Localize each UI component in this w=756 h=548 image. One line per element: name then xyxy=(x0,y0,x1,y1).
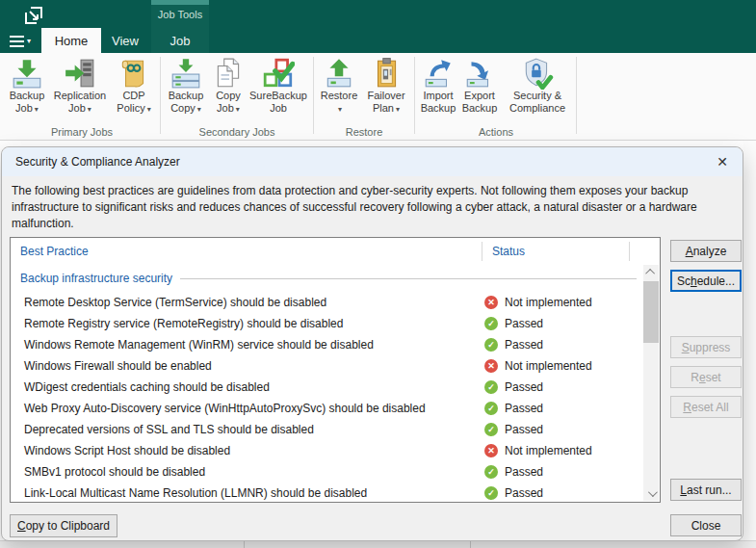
hamburger-icon xyxy=(10,36,24,48)
ribbon-tab-band: ▾ Job Tools Home View Job xyxy=(0,0,756,53)
chevron-down-icon: ▾ xyxy=(27,38,31,45)
scrollbar-thumb[interactable] xyxy=(643,281,659,343)
failover-plan-button[interactable]: Failover Plan▾ xyxy=(361,53,411,116)
table-row[interactable]: Windows Script Host should be disabled N… xyxy=(11,440,642,461)
best-practice-text: Web Proxy Auto-Discovery service (WinHtt… xyxy=(24,402,426,415)
status-failed-icon xyxy=(484,359,498,373)
backup-copy-button[interactable]: Backup Copy▾ xyxy=(164,53,208,116)
reset-all-button: Reset All xyxy=(670,396,742,418)
status-text: Passed xyxy=(505,338,543,352)
chevron-down-icon: ▾ xyxy=(147,105,151,114)
table-row[interactable]: Remote Desktop Service (TermService) sho… xyxy=(11,292,642,313)
surebackup-job-button[interactable]: SureBackup Job xyxy=(248,53,308,115)
contextual-group-label: Job Tools xyxy=(151,9,209,20)
tab-home[interactable]: Home xyxy=(41,28,101,53)
best-practice-text: Link-Local Multicast Name Resolution (LL… xyxy=(24,486,367,500)
cdp-policy-icon xyxy=(117,57,150,90)
ribbon-separator xyxy=(576,57,577,134)
copy-to-clipboard-button[interactable]: Copy to Clipboard xyxy=(10,514,117,537)
close-icon[interactable]: ✕ xyxy=(708,150,737,173)
chevron-down-icon: ▾ xyxy=(35,105,39,114)
table-row[interactable]: Windows Remote Management (WinRM) servic… xyxy=(11,334,642,355)
table-scrollbar[interactable] xyxy=(643,265,659,501)
surebackup-job-icon xyxy=(262,57,295,90)
import-backup-button[interactable]: Import Backup xyxy=(418,53,458,115)
security-compliance-button[interactable]: Security & Compliance xyxy=(501,53,574,115)
table-rows: Remote Desktop Service (TermService) sho… xyxy=(11,292,642,504)
best-practice-text: SMBv1 protocol should be disabled xyxy=(24,465,205,479)
best-practice-text: Remote Desktop Service (TermService) sho… xyxy=(24,296,326,309)
reset-button: Reset xyxy=(670,366,742,388)
chevron-down-icon: ▾ xyxy=(396,105,400,114)
status-passed-icon xyxy=(484,402,498,415)
status-text: Passed xyxy=(505,423,543,436)
status-passed-icon xyxy=(484,486,498,500)
status-passed-icon xyxy=(484,465,498,479)
copy-job-icon xyxy=(212,57,245,90)
group-label-restore: Restore xyxy=(317,126,411,138)
cdp-policy-button[interactable]: CDP Policy▾ xyxy=(111,53,157,116)
analyze-button[interactable]: Analyze xyxy=(670,240,742,262)
table-row[interactable]: WDigest credentials caching should be di… xyxy=(11,377,642,398)
last-run-button[interactable]: Last run... xyxy=(670,479,742,501)
scroll-down-icon[interactable] xyxy=(643,486,659,501)
schedule-button[interactable]: Schedule... xyxy=(670,270,742,292)
app-icon[interactable] xyxy=(23,5,44,26)
status-text: Not implemented xyxy=(505,359,592,373)
background-window-strip xyxy=(0,540,756,548)
dialog-titlebar: Security & Compliance Analyzer ✕ xyxy=(2,147,743,176)
backup-job-icon xyxy=(11,57,43,90)
replication-job-button[interactable]: Replication Job▾ xyxy=(49,53,111,116)
close-button[interactable]: Close xyxy=(670,514,742,536)
backup-job-button[interactable]: Backup Job▾ xyxy=(5,53,49,116)
ribbon-group-primary-jobs: Backup Job▾ Replication Job▾ xyxy=(5,53,159,140)
status-text: Passed xyxy=(505,317,543,330)
status-text: Not implemented xyxy=(505,444,592,457)
chevron-down-icon: ▾ xyxy=(338,105,342,114)
table-group-header: Backup infrastructure security xyxy=(11,265,640,292)
restore-button[interactable]: Restore ▾ xyxy=(317,53,361,116)
status-passed-icon xyxy=(484,423,498,436)
export-backup-button[interactable]: Export Backup xyxy=(458,53,501,115)
chevron-down-icon: ▾ xyxy=(88,105,91,114)
table-row[interactable]: SMBv1 protocol should be disabled Passed xyxy=(11,461,642,483)
group-label-actions: Actions xyxy=(418,126,574,138)
tab-view[interactable]: View xyxy=(103,28,147,53)
ribbon-group-restore: Restore ▾ Failover Plan▾ Restore xyxy=(317,53,411,140)
status-failed-icon xyxy=(484,444,498,457)
status-text: Passed xyxy=(505,402,543,415)
security-compliance-analyzer-dialog: Security & Compliance Analyzer ✕ The fol… xyxy=(1,146,743,541)
status-text: Passed xyxy=(505,380,543,394)
chevron-down-icon: ▾ xyxy=(236,105,240,114)
main-menu-button[interactable]: ▾ xyxy=(10,35,35,48)
failover-plan-icon xyxy=(370,57,403,90)
best-practice-text: Windows Firewall should be enabled xyxy=(24,359,212,373)
status-text: Passed xyxy=(505,486,543,500)
table-row[interactable]: Deprecated versions of SSL and TLS shoul… xyxy=(11,419,642,440)
ribbon-separator xyxy=(313,57,314,134)
table-row[interactable]: Remote Registry service (RemoteRegistry)… xyxy=(11,313,642,334)
table-header: Best Practice Status xyxy=(11,238,660,265)
table-row[interactable]: Windows Firewall should be enabled Not i… xyxy=(11,355,642,377)
ribbon-separator xyxy=(414,57,415,134)
column-header-best-practice[interactable]: Best Practice xyxy=(20,238,89,265)
column-header-status[interactable]: Status xyxy=(492,238,525,265)
status-passed-icon xyxy=(484,338,498,352)
veeam-window: ▾ Job Tools Home View Job Backup Job▾ xyxy=(0,0,756,548)
status-text: Not implemented xyxy=(505,296,592,309)
status-passed-icon xyxy=(484,317,498,330)
replication-job-icon xyxy=(64,57,96,90)
table-row[interactable]: Web Proxy Auto-Discovery service (WinHtt… xyxy=(11,398,642,419)
copy-job-button[interactable]: Copy Job▾ xyxy=(208,53,248,116)
export-backup-icon xyxy=(463,57,496,90)
suppress-button: Suppress xyxy=(670,336,742,358)
tab-job[interactable]: Job xyxy=(151,28,209,53)
status-failed-icon xyxy=(484,296,498,309)
table-row[interactable]: Link-Local Multicast Name Resolution (LL… xyxy=(11,483,642,504)
scroll-up-icon[interactable] xyxy=(643,265,659,279)
backup-copy-icon xyxy=(169,57,202,90)
ribbon-separator xyxy=(160,57,161,134)
security-compliance-icon xyxy=(521,57,554,90)
best-practice-table: Best Practice Status Backup infrastructu… xyxy=(10,237,661,503)
best-practice-text: Windows Remote Management (WinRM) servic… xyxy=(24,338,374,352)
